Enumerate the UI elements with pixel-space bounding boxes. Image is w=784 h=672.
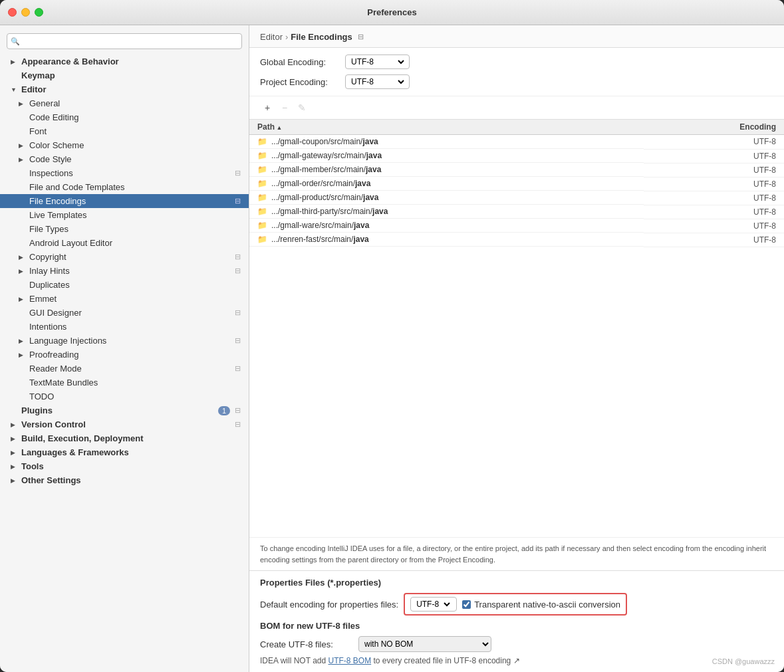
path-text: .../gmall-coupon/src/main/java — [271, 137, 378, 146]
sidebar-item-font[interactable]: Font — [0, 124, 249, 138]
breadcrumb-settings-icon[interactable]: ⊟ — [358, 33, 364, 41]
table-row[interactable]: 📁.../gmall-ware/src/main/javaUTF-8 — [249, 219, 784, 233]
bom-section: BOM for new UTF-8 files Create UTF-8 fil… — [260, 621, 773, 665]
sidebar-item-keymap[interactable]: Keymap — [0, 68, 249, 82]
sidebar-item-build-execution[interactable]: ▶ Build, Execution, Deployment — [0, 431, 249, 445]
sidebar-item-editor[interactable]: ▼ Editor — [0, 82, 249, 96]
window-title: Preferences — [367, 7, 416, 17]
sidebar-item-appearance[interactable]: ▶ Appearance & Behavior — [0, 55, 249, 68]
sidebar-item-plugins[interactable]: Plugins 1 ⊟ — [0, 403, 249, 417]
sidebar-item-code-style[interactable]: ▶ Code Style — [0, 152, 249, 166]
encoding-value: UTF-8 — [644, 219, 785, 233]
breadcrumb-current: File Encodings — [291, 32, 352, 42]
settings-icon: ⊟ — [233, 336, 242, 346]
remove-button[interactable]: − — [277, 100, 292, 115]
path-cell: 📁.../gmall-order/src/main/java — [249, 177, 644, 191]
settings-icon: ⊟ — [233, 364, 242, 374]
sidebar-item-general[interactable]: ▶ General — [0, 96, 249, 110]
utf8-bom-link[interactable]: UTF-8 BOM — [328, 656, 371, 665]
bom-title: BOM for new UTF-8 files — [260, 621, 773, 631]
sidebar-item-live-templates[interactable]: Live Templates — [0, 208, 249, 222]
minimize-button[interactable] — [21, 8, 30, 17]
sidebar-item-file-encodings[interactable]: File Encodings ⊟ — [0, 194, 249, 208]
project-encoding-dropdown[interactable]: UTF-8 UTF-16 ISO-8859-1 — [348, 76, 406, 87]
folder-icon: 📁 — [257, 179, 267, 188]
sidebar-item-other-settings[interactable]: ▶ Other Settings — [0, 473, 249, 487]
add-button[interactable]: + — [260, 100, 275, 115]
search-input[interactable] — [7, 33, 242, 49]
sidebar-item-textmate-bundles[interactable]: TextMate Bundles — [0, 376, 249, 390]
encoding-value: UTF-8 — [644, 163, 785, 177]
right-panel: Editor › File Encodings ⊟ Global Encodin… — [249, 25, 784, 672]
bom-info: IDEA will NOT add UTF-8 BOM to every cre… — [260, 656, 773, 665]
sidebar-item-color-scheme[interactable]: ▶ Color Scheme — [0, 138, 249, 152]
bom-create-select[interactable]: with NO BOM with BOM with BOM if necessa… — [358, 636, 491, 652]
search-icon: 🔍 — [11, 37, 20, 46]
folder-icon: 📁 — [257, 221, 267, 230]
settings-icon: ⊟ — [233, 197, 242, 206]
project-encoding-label: Project Encoding: — [260, 77, 340, 87]
transparent-checkbox-wrap: Transparent native-to-ascii conversion — [462, 600, 620, 610]
project-encoding-select[interactable]: UTF-8 UTF-16 ISO-8859-1 — [345, 74, 410, 89]
edit-button[interactable]: ✎ — [295, 100, 309, 115]
table-row[interactable]: 📁.../gmall-member/src/main/javaUTF-8 — [249, 163, 784, 177]
path-text: .../renren-fast/src/main/java — [271, 235, 369, 244]
sidebar-item-copyright[interactable]: ▶ Copyright ⊟ — [0, 250, 249, 264]
sidebar-item-inspections[interactable]: Inspections ⊟ — [0, 166, 249, 180]
sidebar-item-proofreading[interactable]: ▶ Proofreading — [0, 348, 249, 362]
sidebar-item-intentions[interactable]: Intentions — [0, 320, 249, 334]
sidebar-item-gui-designer[interactable]: GUI Designer ⊟ — [0, 306, 249, 320]
sidebar-item-duplicates[interactable]: Duplicates — [0, 278, 249, 292]
global-encoding-dropdown[interactable]: UTF-8 UTF-16 ISO-8859-1 — [348, 56, 406, 67]
table-row[interactable]: 📁.../gmall-coupon/src/main/javaUTF-8 — [249, 135, 784, 150]
path-cell: 📁.../gmall-member/src/main/java — [249, 163, 644, 177]
sidebar-item-inlay-hints[interactable]: ▶ Inlay Hints ⊟ — [0, 264, 249, 278]
bom-create-label: Create UTF-8 files: — [260, 639, 353, 649]
transparent-label: Transparent native-to-ascii conversion — [474, 600, 620, 610]
properties-row: Default encoding for properties files: U… — [260, 593, 773, 616]
settings-icon: ⊟ — [233, 267, 242, 276]
encoding-settings: Global Encoding: UTF-8 UTF-16 ISO-8859-1… — [249, 48, 784, 96]
properties-encoding-dropdown[interactable]: UTF-8 — [414, 599, 452, 610]
path-cell: 📁.../renren-fast/src/main/java — [249, 233, 644, 247]
table-row[interactable]: 📁.../gmall-gateway/src/main/javaUTF-8 — [249, 149, 784, 163]
properties-title: Properties Files (*.properties) — [260, 578, 773, 588]
settings-icon: ⊟ — [233, 308, 242, 318]
encoding-value: UTF-8 — [644, 191, 785, 205]
table-row[interactable]: 📁.../gmall-third-party/src/main/javaUTF-… — [249, 205, 784, 219]
default-encoding-label: Default encoding for properties files: — [260, 600, 398, 610]
properties-encoding-select[interactable]: UTF-8 — [410, 597, 457, 612]
sidebar: 🔍 ▶ Appearance & Behavior Keymap ▼ Edito… — [0, 25, 249, 672]
sidebar-item-emmet[interactable]: ▶ Emmet — [0, 292, 249, 306]
table-row[interactable]: 📁.../gmall-order/src/main/javaUTF-8 — [249, 177, 784, 191]
col-path[interactable]: Path — [249, 120, 644, 135]
table-row[interactable]: 📁.../renren-fast/src/main/javaUTF-8 — [249, 233, 784, 247]
sidebar-item-languages-frameworks[interactable]: ▶ Languages & Frameworks — [0, 445, 249, 459]
path-cell: 📁.../gmall-coupon/src/main/java — [249, 135, 644, 149]
transparent-checkbox[interactable] — [462, 600, 471, 609]
sidebar-item-version-control[interactable]: ▶ Version Control ⊟ — [0, 417, 249, 431]
path-text: .../gmall-third-party/src/main/java — [271, 207, 388, 216]
sidebar-item-language-injections[interactable]: ▶ Language Injections ⊟ — [0, 334, 249, 348]
sidebar-item-tools[interactable]: ▶ Tools — [0, 459, 249, 473]
sidebar-item-file-types[interactable]: File Types — [0, 222, 249, 236]
sidebar-item-todo[interactable]: TODO — [0, 390, 249, 403]
expand-icon: ▶ — [11, 58, 20, 65]
sidebar-item-file-code-templates[interactable]: File and Code Templates — [0, 180, 249, 194]
close-button[interactable] — [8, 8, 17, 17]
sidebar-item-reader-mode[interactable]: Reader Mode ⊟ — [0, 362, 249, 376]
col-encoding: Encoding — [644, 120, 785, 135]
maximize-button[interactable] — [35, 8, 43, 17]
global-encoding-select[interactable]: UTF-8 UTF-16 ISO-8859-1 — [345, 55, 410, 69]
sidebar-item-android-layout[interactable]: Android Layout Editor — [0, 236, 249, 250]
folder-icon: 📁 — [257, 235, 267, 244]
encoding-value: UTF-8 — [644, 135, 785, 150]
highlight-box: UTF-8 Transparent native-to-ascii conver… — [404, 593, 627, 616]
breadcrumb: Editor › File Encodings ⊟ — [260, 32, 773, 42]
encoding-value: UTF-8 — [644, 177, 785, 191]
settings-icon: ⊟ — [233, 169, 242, 178]
expand-icon: ▶ — [11, 435, 20, 442]
sidebar-item-code-editing[interactable]: Code Editing — [0, 110, 249, 124]
bom-row: Create UTF-8 files: with NO BOM with BOM… — [260, 636, 773, 652]
table-row[interactable]: 📁.../gmall-product/src/main/javaUTF-8 — [249, 191, 784, 205]
